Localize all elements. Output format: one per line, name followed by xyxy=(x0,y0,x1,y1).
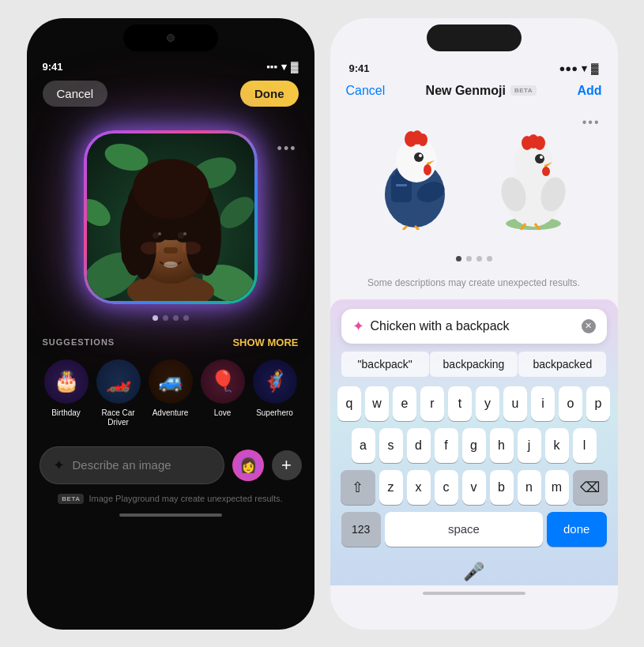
key-e[interactable]: e xyxy=(393,386,416,421)
svg-point-25 xyxy=(164,247,170,254)
suggestion-adventure[interactable]: 🚙 Adventure xyxy=(147,359,194,427)
show-more-button[interactable]: SHOW MORE xyxy=(232,337,298,348)
svg-point-21 xyxy=(178,232,184,239)
emoji-preview-area: ••• xyxy=(330,107,618,250)
done-key[interactable]: done xyxy=(547,512,607,547)
svg-point-13 xyxy=(133,159,209,219)
birthday-icon: 🎂 xyxy=(44,359,89,404)
delete-key[interactable]: ⌫ xyxy=(573,470,608,505)
emoji-item-1[interactable] xyxy=(367,127,462,230)
svg-point-38 xyxy=(419,154,422,157)
key-u[interactable]: u xyxy=(503,386,527,421)
search-sparkle-icon: ✦ xyxy=(352,318,364,335)
user-avatar-small[interactable]: 👩 xyxy=(232,450,264,481)
right-add-button[interactable]: Add xyxy=(577,84,601,98)
portrait-svg xyxy=(87,134,254,301)
mic-area: 🎤 xyxy=(341,557,607,585)
avatar-image xyxy=(87,134,254,301)
left-phone-screen: 9:41 ▪▪▪ ▾ ▓ Cancel Done ••• xyxy=(27,18,314,630)
key-z[interactable]: z xyxy=(379,470,403,505)
dot-2 xyxy=(163,315,168,321)
right-signal-icon: ●●● xyxy=(559,62,578,74)
autocomplete-backpacking[interactable]: backpacking xyxy=(430,352,518,377)
dot-3 xyxy=(173,315,179,321)
autocomplete-backpacked[interactable]: backpacked xyxy=(518,352,606,377)
superhero-label: Superhero xyxy=(256,408,293,418)
key-i[interactable]: i xyxy=(531,386,555,421)
left-cancel-button[interactable]: Cancel xyxy=(43,81,108,107)
key-a[interactable]: a xyxy=(352,428,375,463)
key-row-1: q w e r t y u i o p xyxy=(341,386,607,421)
key-c[interactable]: c xyxy=(435,470,458,505)
key-b[interactable]: b xyxy=(490,470,514,505)
right-cancel-button[interactable]: Cancel xyxy=(346,84,386,98)
key-r[interactable]: r xyxy=(420,386,444,421)
key-v[interactable]: v xyxy=(462,470,486,505)
suggestion-superhero[interactable]: 🦸 Superhero xyxy=(251,359,299,427)
svg-point-54 xyxy=(540,156,543,159)
key-j[interactable]: j xyxy=(518,428,541,463)
right-wifi-icon: ▾ xyxy=(582,62,587,74)
key-h[interactable]: h xyxy=(490,428,514,463)
svg-point-29 xyxy=(182,242,201,254)
key-k[interactable]: k xyxy=(545,428,569,463)
suggestions-section: SUGGESTIONS SHOW MORE 🎂 Birthday 🏎️ Race… xyxy=(27,321,314,435)
key-q[interactable]: q xyxy=(337,386,361,421)
key-o[interactable]: o xyxy=(559,386,582,421)
racecar-icon: 🏎️ xyxy=(96,359,141,404)
left-status-bar: 9:41 ▪▪▪ ▾ ▓ xyxy=(27,51,314,77)
avatar-container xyxy=(27,130,314,304)
love-icon: 🎈 xyxy=(201,359,245,404)
key-t[interactable]: t xyxy=(448,386,472,421)
suggestion-birthday[interactable]: 🎂 Birthday xyxy=(43,359,90,427)
right-dot-4 xyxy=(487,256,492,261)
key-d[interactable]: d xyxy=(407,428,431,463)
love-label: Love xyxy=(214,408,232,418)
right-status-icons: ●●● ▾ ▓ xyxy=(559,62,598,74)
key-s[interactable]: s xyxy=(379,428,403,463)
space-key[interactable]: space xyxy=(385,512,543,547)
numbers-key[interactable]: 123 xyxy=(341,512,381,547)
key-g[interactable]: g xyxy=(462,428,486,463)
key-x[interactable]: x xyxy=(407,470,431,505)
svg-point-28 xyxy=(141,242,160,254)
mic-icon[interactable]: 🎤 xyxy=(463,562,484,582)
emoji-more-icon[interactable]: ••• xyxy=(582,115,601,130)
key-m[interactable]: m xyxy=(545,470,569,505)
add-button[interactable]: + xyxy=(272,450,302,480)
chicken-svg-1 xyxy=(367,127,462,230)
left-page-dots xyxy=(27,315,314,321)
chicken-backpack-emoji-1 xyxy=(367,127,462,230)
right-page-dots xyxy=(330,256,618,261)
adventure-label: Adventure xyxy=(153,408,189,418)
dynamic-island-left xyxy=(123,24,218,51)
home-indicator-right xyxy=(423,592,525,595)
suggestions-label: SUGGESTIONS xyxy=(43,337,115,347)
dot-1 xyxy=(153,315,158,321)
left-done-button[interactable]: Done xyxy=(240,81,299,107)
describe-bar: ✦ Describe an image 👩 + xyxy=(40,446,302,484)
describe-placeholder: Describe an image xyxy=(73,458,171,472)
svg-point-26 xyxy=(171,247,178,254)
keyboard-area: ✦ Chicken with a backpack ✕ "backpack" b… xyxy=(330,299,618,585)
suggestion-racecar[interactable]: 🏎️ Race CarDriver xyxy=(95,359,142,427)
birthday-label: Birthday xyxy=(51,408,81,418)
search-clear-button[interactable]: ✕ xyxy=(582,319,596,333)
key-l[interactable]: l xyxy=(573,428,597,463)
key-row-4: 123 space done xyxy=(341,512,607,547)
right-time: 9:41 xyxy=(349,62,370,74)
key-p[interactable]: p xyxy=(586,386,610,421)
suggestion-items: 🎂 Birthday 🏎️ Race CarDriver 🚙 Adventure… xyxy=(43,359,299,427)
dynamic-island-right xyxy=(427,24,522,51)
suggestion-love[interactable]: 🎈 Love xyxy=(199,359,247,427)
key-n[interactable]: n xyxy=(518,470,541,505)
key-y[interactable]: y xyxy=(476,386,499,421)
emoji-item-2[interactable] xyxy=(486,127,581,230)
search-field[interactable]: ✦ Chicken with a backpack ✕ xyxy=(341,309,607,344)
key-w[interactable]: w xyxy=(365,386,389,421)
home-indicator-left xyxy=(119,513,222,517)
key-f[interactable]: f xyxy=(435,428,458,463)
shift-key[interactable]: ⇧ xyxy=(341,470,375,505)
autocomplete-backpack[interactable]: "backpack" xyxy=(341,352,429,377)
describe-input[interactable]: ✦ Describe an image xyxy=(40,446,224,484)
